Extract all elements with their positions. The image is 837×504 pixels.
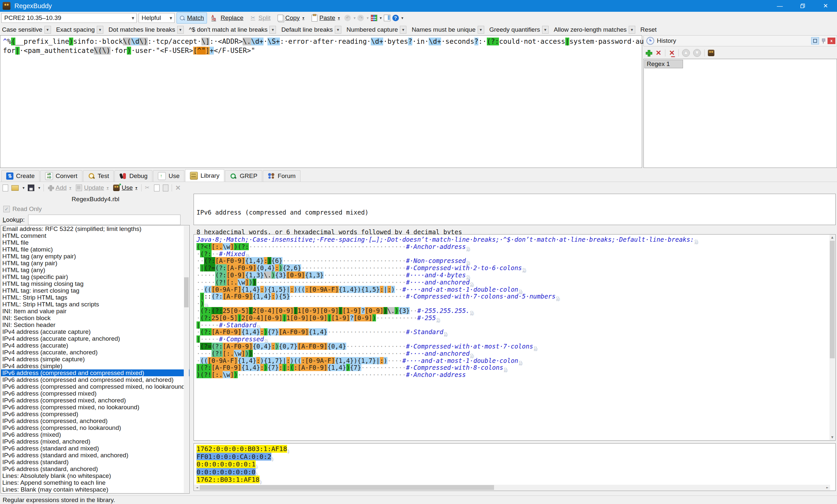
list-item[interactable]: IPv6 address (standard and mixed, anchor… [1,452,189,459]
minimize-button[interactable]: — [768,0,791,12]
history-item[interactable]: Regex 1 [644,60,683,68]
list-item[interactable]: IPv6 address (compressed mixed) [1,390,189,397]
owl-icon[interactable] [708,50,714,56]
list-item[interactable]: HTML: Strip HTML tags and scripts [1,301,189,308]
chevron-down-icon[interactable]: ▾ [402,16,404,20]
tab-grep[interactable]: GREP [225,170,262,182]
scrollbar-thumb[interactable] [200,485,494,490]
layout-panes-icon[interactable] [384,15,390,21]
list-item[interactable]: IPv6 address (compressed, anchored) [1,417,189,424]
tab-test[interactable]: Test [83,170,114,182]
list-item[interactable]: INI: Section block [1,315,189,321]
scroll-right-icon[interactable]: ► [824,485,830,490]
list-item[interactable]: IPv6 address (mixed) [1,431,189,438]
list-item[interactable]: IPv6 address (mixed, anchored) [1,438,189,445]
paste-button[interactable]: Paste▾ [309,13,343,23]
list-item[interactable]: INI: Section header [1,321,189,328]
list-item[interactable]: HTML comment [1,232,189,239]
scrollbar-thumb[interactable] [184,277,189,307]
chevron-down-icon[interactable]: ▼ [177,26,184,34]
scroll-down-icon[interactable]: ▼ [830,435,835,440]
list-item[interactable]: IPv4 address (accurate, anchored) [1,349,189,356]
move-down-icon[interactable]: ▼ [693,49,701,57]
scroll-up-icon[interactable]: ▲ [830,235,835,240]
chevron-down-icon[interactable]: ▼ [542,26,549,34]
assist-combobox[interactable]: Helpful▼ [139,13,175,23]
regex-option-7[interactable]: Greedy quantifiers▼ [489,26,549,34]
list-item[interactable]: IPv6 address (standard and mixed) [1,445,189,452]
chevron-down-icon[interactable]: ▾ [380,16,382,20]
delete-icon[interactable]: ✕ [175,185,181,191]
list-item[interactable]: Lines: Absolutely blank (no whitespace) [1,472,189,479]
chevron-down-icon[interactable]: ▼ [478,26,484,34]
tab-convert[interactable]: aBABConvert [40,170,83,182]
cut-icon[interactable]: ✂ [145,185,151,191]
regex-option-6[interactable]: Names must be unique▼ [412,26,484,34]
list-item[interactable]: Lines: Append something to each line [1,479,189,486]
use-button[interactable]: Use▾ [112,183,138,193]
close-button[interactable]: ✕ [814,0,837,12]
split-button[interactable]: ✂ Split [248,13,273,23]
delete-history-icon[interactable]: ✕ [655,50,662,56]
move-up-icon[interactable]: ▲ [682,49,690,57]
test-subjects[interactable]: 1762:0:0:0:0:B03:1:AF18LFFF01:0:0:0:CA:0… [194,443,836,491]
lookup-input[interactable] [28,214,180,225]
restore-button[interactable] [791,0,814,12]
chevron-down-icon[interactable]: ▼ [400,26,406,34]
tab-use[interactable]: Use [153,170,184,182]
regex-option-5[interactable]: Numbered capture▼ [346,26,406,34]
display-scrollbar[interactable]: ▲ ▼ [830,235,835,440]
chevron-down-icon[interactable]: ▼ [335,26,341,34]
scrollbar-thumb[interactable] [830,241,835,358]
list-item[interactable]: Email address: RFC 5322 (simplified; lim… [1,225,189,232]
chevron-down-icon[interactable]: ▼ [269,26,276,34]
list-item[interactable]: IPv6 address (standard) [1,459,189,465]
list-item[interactable]: HTML tag (any empty pair) [1,253,189,260]
list-item[interactable]: IPv6 address (compressed) [1,411,189,417]
list-item[interactable]: IPv4 address (accurate) [1,342,189,349]
match-button[interactable]: Match [177,13,207,23]
list-item[interactable]: IPv6 address (compressed and compressed … [1,376,189,383]
list-item[interactable]: IPv6 address (compressed and compressed … [1,383,189,390]
list-item[interactable]: IPv4 address (simple capture) [1,356,189,362]
regex-option-8[interactable]: Allow zero-length matches▼ [554,26,635,34]
paste-page-icon[interactable] [163,185,168,191]
list-item[interactable]: HTML tag missing closing tag [1,280,189,287]
tab-library[interactable]: Library [185,169,224,182]
chevron-down-icon[interactable]: ▼ [629,26,635,34]
test-scrollbar[interactable]: ◄ ► [194,485,830,490]
chevron-down-icon[interactable]: ▾ [38,186,40,190]
list-item[interactable]: HTML file [1,239,189,246]
list-item[interactable]: HTML tag (any pair) [1,260,189,266]
copy-page-icon[interactable] [154,185,160,191]
list-item[interactable]: IPv6 address (standard, anchored) [1,465,189,472]
tab-forum[interactable]: Forum [263,170,301,182]
delete-all-history-icon[interactable]: ✕̲ [669,50,675,56]
list-item[interactable]: HTML tag (specific pair) [1,274,189,280]
help-icon[interactable]: ? [392,15,399,21]
list-item[interactable]: IPv6 address (compressed and compressed … [1,369,189,376]
replace-button[interactable]: A»B Replace [209,13,246,23]
flavor-combobox[interactable]: PCRE2 10.35–10.39▼ [1,13,137,23]
list-item[interactable]: IPv6 address (compressed mixed, no looka… [1,404,189,411]
library-list[interactable]: Email address: RFC 5322 (simplified; lim… [1,225,190,493]
update-button[interactable]: Update▾ [75,183,109,193]
list-item[interactable]: HTML: Strip HTML tags [1,294,189,301]
panel-splitter[interactable] [191,194,194,495]
chevron-down-icon[interactable]: ▾ [22,186,24,190]
list-item[interactable]: Lines: Blank (may contain whitespace) [1,486,189,493]
regex-description[interactable]: IPv6 address (compressed and compressed … [194,194,836,225]
list-item[interactable]: INI: Item and value pair [1,308,189,315]
regex-option-0[interactable]: Case sensitive▼ [2,26,51,34]
list-item[interactable]: IPv4 address (accurate capture, anchored… [1,335,189,342]
list-item[interactable]: IPv4 address (accurate capture) [1,328,189,335]
highlight-colors-icon[interactable] [371,15,377,21]
tab-debug[interactable]: Debug [114,170,153,182]
regex-option-4[interactable]: Default line breaks▼ [281,26,341,34]
chevron-down-icon[interactable]: ▾ [353,16,355,20]
chevron-down-icon[interactable]: ▼ [44,26,51,34]
list-item[interactable]: HTML tag: insert closing tag [1,287,189,294]
reset-button[interactable]: Reset [641,26,657,33]
regex-option-2[interactable]: Dot matches line breaks▼ [109,26,184,34]
add-history-icon[interactable] [645,50,652,56]
